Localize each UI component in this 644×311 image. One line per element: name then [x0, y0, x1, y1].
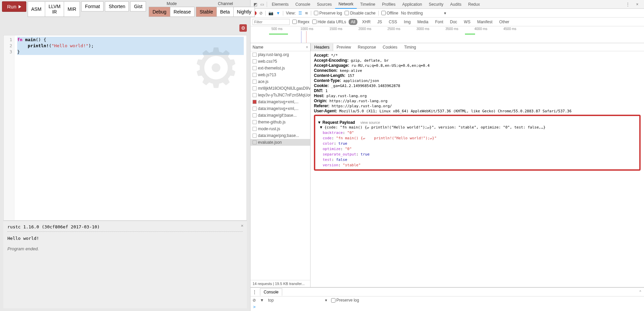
tab-timeline[interactable]: Timeline [357, 0, 379, 8]
network-timeline[interactable]: 500 ms 1000 ms 1500 ms 2000 ms 2500 ms 3… [251, 26, 644, 43]
waterfall-icon[interactable]: ≋ [305, 11, 308, 16]
network-toolbar: ⊘ 📷 ▼ View: ☰ ≋ Preserve log Disable cac… [251, 9, 644, 18]
pill-img[interactable]: Img [402, 19, 413, 25]
request-footer: 14 requests | 19.5 KB transfer... [251, 280, 310, 287]
tab-audits[interactable]: Audits [447, 0, 465, 8]
request-item[interactable]: evaluate.json [251, 139, 310, 146]
dtab-timing[interactable]: Timing [401, 44, 419, 51]
tab-elements[interactable]: Elements [268, 0, 292, 8]
pill-doc[interactable]: Doc [448, 19, 459, 25]
tab-console[interactable]: Console [292, 0, 314, 8]
settings-button[interactable]: ⚙ [239, 24, 247, 32]
close-devtools-icon[interactable]: × [634, 2, 641, 7]
device-icon[interactable]: ▭ [259, 2, 265, 7]
request-item[interactable]: ace.js [251, 78, 310, 85]
request-item[interactable]: data:image/svg+xml,... [251, 98, 310, 105]
tab-sources[interactable]: Sources [314, 0, 335, 8]
pill-xhr[interactable]: XHR [360, 19, 373, 25]
pill-font[interactable]: Font [433, 19, 445, 25]
pill-css[interactable]: CSS [387, 19, 399, 25]
request-item[interactable]: data:image/png;base... [251, 132, 310, 139]
llvm-button[interactable]: LLVM IR [45, 1, 64, 17]
view-source-link[interactable]: view source [360, 120, 380, 124]
release-button[interactable]: Release [170, 7, 195, 17]
beta-button[interactable]: Beta [217, 7, 234, 17]
request-item[interactable]: data:image/gif;base... [251, 112, 310, 119]
console-preserve-checkbox[interactable]: Preserve log [331, 298, 359, 303]
close-detail-icon[interactable]: × [306, 45, 308, 50]
shorten-button[interactable]: Shorten [105, 1, 129, 11]
large-rows-icon[interactable]: ☰ [298, 11, 302, 16]
tab-network[interactable]: Network [335, 0, 357, 9]
request-item[interactable]: leqv3v-yTsJNC7nFznSMqUo0... [251, 92, 310, 98]
hide-data-checkbox[interactable]: Hide data URLs [312, 20, 346, 24]
menu-icon[interactable]: ⋮ [624, 2, 631, 7]
clear-icon[interactable]: ⊘ [259, 11, 263, 16]
asm-button[interactable]: ASM [28, 1, 45, 17]
nightly-button[interactable]: Nightly [234, 7, 255, 17]
tab-application[interactable]: Application [399, 0, 426, 8]
dtab-headers[interactable]: Headers [311, 44, 333, 51]
request-item[interactable]: mode-rust.js [251, 125, 310, 132]
pill-all[interactable]: All [349, 19, 357, 25]
pill-media[interactable]: Media [415, 19, 431, 25]
playground-toolbar: Run ASM LLVM IR MIR Format Shorten Gist … [0, 0, 250, 18]
channel-label: Channel [218, 1, 233, 6]
gist-button[interactable]: Gist [130, 1, 146, 11]
filter-row: Regex Hide data URLs All XHR JS CSS Img … [251, 18, 644, 26]
debug-button[interactable]: Debug [149, 7, 170, 17]
request-item[interactable]: web.css?5 [251, 58, 310, 65]
request-item[interactable]: web.js?13 [251, 72, 310, 78]
request-item[interactable]: play.rust-lang.org [251, 51, 310, 58]
pill-js[interactable]: JS [375, 19, 384, 25]
close-output-icon[interactable]: × [241, 223, 243, 228]
output-panel: × rustc 1.16.0 (30cf806ef 2017-03-10) He… [3, 221, 247, 308]
pill-other[interactable]: Other [497, 19, 511, 25]
console-tab[interactable]: Console [260, 288, 282, 296]
play-icon [19, 5, 21, 8]
regex-checkbox[interactable]: Regex [292, 20, 310, 24]
collapse-drawer-icon[interactable]: ⌃ [639, 290, 642, 294]
request-item[interactable]: data:image/svg+xml,... [251, 105, 310, 112]
editor-gutter: 1 2 3 [4, 35, 14, 220]
console-prompt[interactable]: > [251, 304, 644, 310]
filter-icon[interactable]: ▼ [276, 11, 280, 16]
pill-manifest[interactable]: Manifest [475, 19, 494, 25]
filter-console-icon[interactable]: ▼ [260, 298, 264, 303]
camera-icon[interactable]: 📷 [268, 11, 273, 16]
program-ended: Program ended. [7, 246, 243, 251]
dtab-preview[interactable]: Preview [333, 44, 354, 51]
dtab-cookies[interactable]: Cookies [379, 44, 401, 51]
code-editor[interactable]: 1 2 3 ⚙ fn main() { println!("Hello worl… [3, 35, 247, 221]
mode-label: Mode [167, 1, 177, 6]
format-button[interactable]: Format [81, 1, 104, 11]
tab-redux[interactable]: Redux [465, 0, 483, 8]
console-menu-icon[interactable]: ⋮ [253, 290, 257, 294]
request-item[interactable]: mrl8jkM18OlOQN8JLgasD9V_... [251, 85, 310, 92]
devtools-tabs: ◩ ▭ Elements Console Sources Network Tim… [251, 0, 644, 9]
console-drawer: ⋮ Console ⌃ ⊘ ▼ top ▾ Preserve log > [251, 287, 644, 311]
offline-checkbox[interactable]: Offline [381, 11, 398, 16]
devtools-pane: ◩ ▭ Elements Console Sources Network Tim… [250, 0, 644, 311]
filter-input[interactable] [253, 19, 290, 25]
view-label: View: [286, 11, 296, 16]
pill-ws[interactable]: WS [462, 19, 472, 25]
request-list: Name × play.rust-lang.orgweb.css?5ext-th… [251, 43, 311, 287]
mir-button[interactable]: MIR [64, 1, 80, 17]
stdout-line: Hello world! [7, 236, 243, 241]
request-item[interactable]: theme-github.js [251, 119, 310, 125]
dtab-response[interactable]: Response [354, 44, 379, 51]
throttling-select[interactable]: No throttling ▾ [401, 11, 446, 16]
stable-button[interactable]: Stable [196, 7, 217, 17]
request-detail: Headers Preview Response Cookies Timing … [311, 43, 644, 287]
tab-security[interactable]: Security [426, 0, 447, 8]
clear-console-icon[interactable]: ⊘ [253, 298, 256, 303]
context-select[interactable]: top [268, 298, 274, 303]
disable-cache-checkbox[interactable]: Disable cache [345, 11, 375, 16]
playground-pane: Run ASM LLVM IR MIR Format Shorten Gist … [0, 0, 250, 311]
run-button[interactable]: Run [2, 1, 26, 12]
payload-highlight-box: ▼ Request Payload view source ▼ {code: "… [314, 115, 641, 171]
request-item[interactable]: ext-themelist.js [251, 65, 310, 72]
tab-profiles[interactable]: Profiles [379, 0, 399, 8]
preserve-log-checkbox[interactable]: Preserve log [314, 11, 342, 16]
